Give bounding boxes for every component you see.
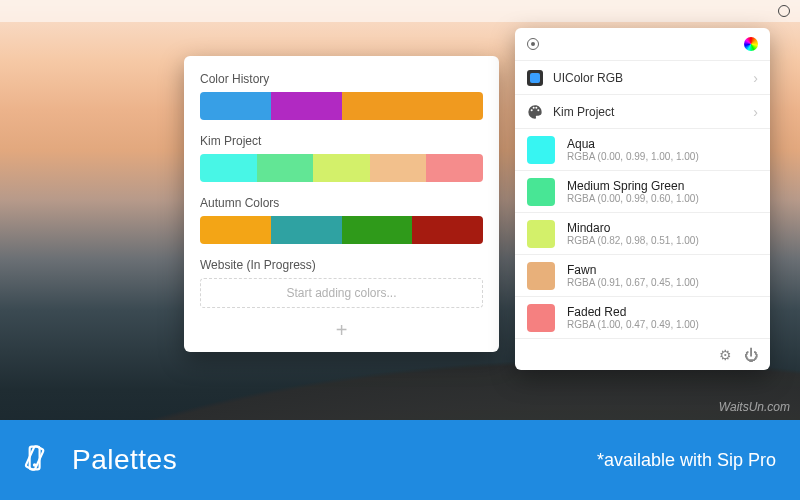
color-chip	[527, 178, 555, 206]
color-list-item[interactable]: Aqua RGBA (0.00, 0.99, 1.00, 1.00)	[515, 128, 770, 170]
color-chip	[527, 262, 555, 290]
watermark: WaitsUn.com	[719, 400, 790, 414]
row-label: Kim Project	[553, 105, 753, 119]
footer-subtitle: *available with Sip Pro	[597, 450, 776, 471]
palette-title: Website (In Progress)	[200, 258, 483, 272]
color-name: Fawn	[567, 263, 699, 277]
swatch[interactable]	[200, 154, 257, 182]
swatch[interactable]	[271, 216, 342, 244]
color-list-item[interactable]: Medium Spring Green RGBA (0.00, 0.99, 0.…	[515, 170, 770, 212]
palette-title: Color History	[200, 72, 483, 86]
palette-section-empty: Website (In Progress) Start adding color…	[200, 258, 483, 308]
palette-swatches[interactable]	[200, 154, 483, 182]
palette-icon	[527, 104, 543, 120]
swatch[interactable]	[313, 154, 370, 182]
eyedropper-icon[interactable]	[527, 38, 539, 50]
panel-header	[515, 28, 770, 60]
color-name: Aqua	[567, 137, 699, 151]
svg-point-2	[33, 463, 37, 467]
format-row[interactable]: UIColor RGB ›	[515, 60, 770, 94]
palettes-panel: Color History Kim Project Autumn Colors	[184, 56, 499, 352]
footer-title: Palettes	[72, 444, 177, 476]
empty-palette-placeholder[interactable]: Start adding colors...	[200, 278, 483, 308]
swatch[interactable]	[200, 92, 271, 120]
palette-title: Autumn Colors	[200, 196, 483, 210]
palette-swatches[interactable]	[200, 216, 483, 244]
promo-footer: Palettes *available with Sip Pro	[0, 420, 800, 500]
palette-swatches[interactable]	[200, 92, 483, 120]
palette-section: Color History	[200, 72, 483, 120]
color-list-item[interactable]: Fawn RGBA (0.91, 0.67, 0.45, 1.00)	[515, 254, 770, 296]
row-label: UIColor RGB	[553, 71, 753, 85]
color-chip	[527, 304, 555, 332]
palette-section: Kim Project	[200, 134, 483, 182]
swatch[interactable]	[342, 92, 413, 120]
color-name: Medium Spring Green	[567, 179, 699, 193]
menubar	[0, 0, 800, 22]
chevron-right-icon: ›	[753, 104, 758, 120]
add-palette-button[interactable]: +	[200, 318, 483, 342]
swatch[interactable]	[200, 216, 271, 244]
color-chip	[527, 136, 555, 164]
color-code: RGBA (0.91, 0.67, 0.45, 1.00)	[567, 277, 699, 289]
settings-icon[interactable]: ⚙	[719, 347, 732, 363]
swatch[interactable]	[342, 216, 413, 244]
chevron-right-icon: ›	[753, 70, 758, 86]
swatch[interactable]	[257, 154, 314, 182]
palette-title: Kim Project	[200, 134, 483, 148]
palette-section: Autumn Colors	[200, 196, 483, 244]
color-chip	[527, 220, 555, 248]
color-detail-panel: UIColor RGB › Kim Project › Aqua RGBA (0…	[515, 28, 770, 370]
power-icon[interactable]: ⏻	[744, 347, 758, 363]
swatch[interactable]	[412, 216, 483, 244]
color-list-item[interactable]: Faded Red RGBA (1.00, 0.47, 0.49, 1.00)	[515, 296, 770, 338]
palettes-logo-icon	[24, 441, 58, 479]
swatch[interactable]	[370, 154, 427, 182]
swatch[interactable]	[426, 154, 483, 182]
color-code: RGBA (0.00, 0.99, 1.00, 1.00)	[567, 151, 699, 163]
color-code: RGBA (1.00, 0.47, 0.49, 1.00)	[567, 319, 699, 331]
color-wheel-icon[interactable]	[744, 37, 758, 51]
color-code: RGBA (0.00, 0.99, 0.60, 1.00)	[567, 193, 699, 205]
color-name: Faded Red	[567, 305, 699, 319]
swatch[interactable]	[412, 92, 483, 120]
color-name: Mindaro	[567, 221, 699, 235]
project-row[interactable]: Kim Project ›	[515, 94, 770, 128]
swatch[interactable]	[271, 92, 342, 120]
panel-footer: ⚙ ⏻	[515, 338, 770, 370]
uicolor-icon	[527, 70, 543, 86]
color-code: RGBA (0.82, 0.98, 0.51, 1.00)	[567, 235, 699, 247]
color-list-item[interactable]: Mindaro RGBA (0.82, 0.98, 0.51, 1.00)	[515, 212, 770, 254]
sip-menubar-icon[interactable]	[778, 5, 790, 17]
